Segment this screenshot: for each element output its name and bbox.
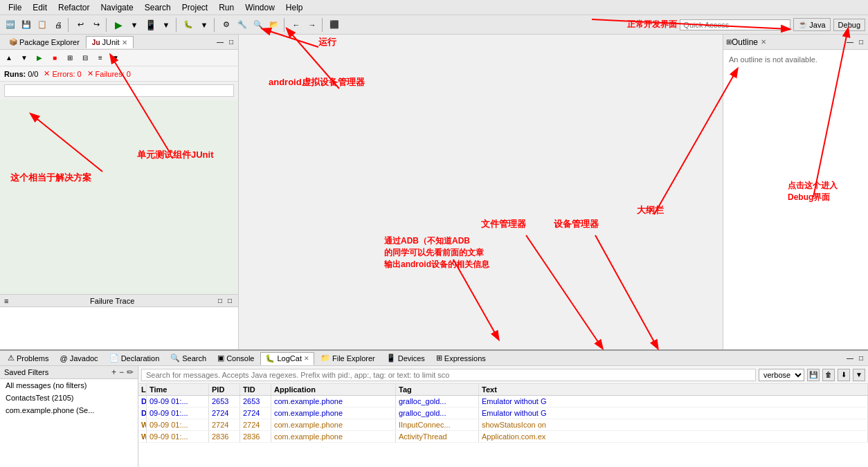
tab-search[interactable]: 🔍 Search [165,351,211,365]
save-btn[interactable]: 💾 [19,17,34,33]
tab-devices[interactable]: 📱 Devices [381,351,430,365]
row-level-3: W [138,431,147,442]
save-log-btn[interactable]: 💾 [807,369,820,381]
save-all-btn[interactable]: 📋 [35,17,50,33]
tab-declaration[interactable]: 📄 Declaration [105,351,165,365]
junit-close-icon[interactable]: ✕ [122,39,127,46]
junit-search-input[interactable] [4,84,234,97]
print-btn[interactable]: 🖨 [51,17,66,33]
logcat-close-icon[interactable]: ✕ [304,355,309,362]
logcat-table: L... Time PID TID Application Tag Text D… [138,384,868,467]
workspace-main: 📦 Package Explorer Ju JUnit ✕ — □ ▲ ▼ ▶ [0,35,868,349]
toolbar-btn-1[interactable]: ⚙ [219,17,234,33]
toolbar-btn-4[interactable]: 📂 [266,17,282,33]
toolbar-btn-2[interactable]: 🔧 [235,17,250,33]
tab-problems[interactable]: ⚠ Problems [3,351,53,365]
junit-history-btn[interactable]: ⊞ [64,52,76,64]
debug-btn[interactable]: 🐛 [181,17,196,33]
new-btn[interactable]: 🆕 [3,17,18,33]
table-row[interactable]: W 09-09 01:... 2836 2836 com.example.pho… [138,431,868,443]
bottom-minimize-icon[interactable]: — [844,354,856,363]
menu-search[interactable]: Search [139,1,177,14]
edit-filter-icon[interactable]: ✏ [127,367,134,377]
row-text-0: Emulator without G [479,396,868,407]
search-icon: 🔍 [170,354,180,363]
outline-close-icon[interactable]: ✕ [761,38,766,46]
header-pid: PID [209,384,240,395]
outline-min-icon[interactable]: — [844,37,856,46]
menu-edit[interactable]: Edit [27,1,53,14]
tab-logcat[interactable]: 🐛 LogCat ✕ [260,352,314,365]
tab-expressions[interactable]: ⊞ Expressions [431,351,491,365]
table-row[interactable]: D 09-09 01:... 2653 2653 com.example.pho… [138,396,868,408]
undo-btn[interactable]: ↩ [73,17,88,33]
failure-trace-min-icon[interactable]: □ [216,296,224,305]
junit-view-btn[interactable]: ≡ [94,52,107,64]
junit-search-bar [0,82,238,100]
toolbar-btn-6[interactable]: → [305,17,320,33]
failures-stat: ✕ Failures: 0 [87,69,131,78]
toolbar-btn-3[interactable]: 🔍 [251,17,266,33]
tab-package-explorer[interactable]: 📦 Package Explorer [3,36,86,48]
add-filter-icon[interactable]: + [111,367,116,377]
perspective-debug-btn[interactable]: Debug [833,19,865,31]
failure-trace-max-icon[interactable]: □ [226,296,234,305]
menu-navigate[interactable]: Navigate [95,1,138,14]
junit-rerun-btn[interactable]: ▶ [33,52,46,64]
expressions-label: Expressions [444,354,486,363]
bottom-panel: ⚠ Problems @ Javadoc 📄 Declaration 🔍 Sea… [0,349,868,467]
bottom-maximize-icon[interactable]: □ [857,354,865,363]
junit-up-btn[interactable]: ▲ [3,52,15,64]
table-row[interactable]: W 09-09 01:... 2724 2724 com.example.pho… [138,419,868,431]
java-label: Java [809,21,825,29]
avd-dropdown[interactable]: ▼ [159,17,174,33]
runs-value: 0/0 [28,70,38,78]
minimize-left-icon[interactable]: — [215,37,226,46]
redo-btn[interactable]: ↪ [89,17,104,33]
perspective-java-btn[interactable]: ☕ Java [793,18,830,31]
junit-down-btn[interactable]: ▼ [18,52,30,64]
table-row[interactable]: D 09-09 01:... 2724 2724 com.example.pho… [138,408,868,419]
tab-javadoc[interactable]: @ Javadoc [55,352,102,365]
filter-contacts-test[interactable]: ContactsTest (2105) [0,392,138,404]
saved-filters-header: Saved Filters + − ✏ [0,366,138,379]
logcat-more-btn[interactable]: ▼ [853,369,865,381]
menu-window[interactable]: Window [239,1,280,14]
tab-file-explorer[interactable]: 📁 File Explorer [316,351,380,365]
row-app-2: com.example.phone [271,419,396,430]
logcat-search-input[interactable] [141,369,756,381]
menu-run[interactable]: Run [213,1,239,14]
quick-access-input[interactable] [680,19,790,30]
console-icon: ▣ [217,354,224,363]
row-text-1: Emulator without G [479,408,868,419]
run-btn[interactable]: ▶ [111,17,126,33]
filter-phone-app[interactable]: com.example.phone (Se... [0,404,138,416]
devices-label: Devices [398,354,425,363]
logcat-label: LogCat [277,354,301,363]
menu-project[interactable]: Project [177,1,213,14]
outline-max-icon[interactable]: □ [857,37,865,46]
remove-filter-icon[interactable]: − [119,367,124,377]
run-dropdown[interactable]: ▼ [127,17,142,33]
tab-junit[interactable]: Ju JUnit ✕ [86,36,134,48]
logcat-scroll-btn[interactable]: ⬇ [838,369,850,381]
toolbar-btn-7[interactable]: ⬛ [327,17,342,33]
verbose-select[interactable]: verbose debug info warn error [759,369,804,381]
junit-filter-btn[interactable]: ⊟ [79,52,91,64]
tab-console[interactable]: ▣ Console [213,351,259,365]
junit-menu-btn[interactable]: ▼ [109,52,122,64]
toolbar-btn-5[interactable]: ← [289,17,304,33]
failures-value: 0 [127,70,131,78]
junit-stop-btn[interactable]: ■ [48,52,61,64]
filter-all-messages[interactable]: All messages (no filters) [0,379,138,392]
avd-btn[interactable]: 📱 [143,17,158,33]
saved-filters-panel: Saved Filters + − ✏ All messages (no fil… [0,366,138,467]
maximize-left-icon[interactable]: □ [227,37,235,46]
debug-label: Debug [838,21,860,29]
debug-dropdown[interactable]: ▼ [197,17,212,33]
menu-refactor[interactable]: Refactor [53,1,95,14]
menu-help[interactable]: Help [280,1,309,14]
clear-log-btn[interactable]: 🗑 [822,369,835,381]
row-text-2: showStatusIcon on [479,419,868,430]
menu-file[interactable]: File [3,1,27,14]
